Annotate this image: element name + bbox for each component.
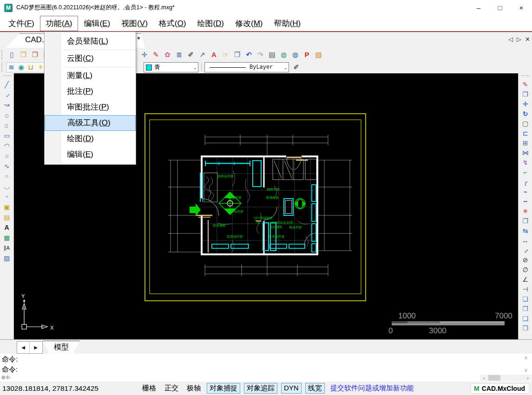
toggle-otrack[interactable]: 对象追踪: [244, 383, 277, 394]
brush-icon[interactable]: ✐: [185, 49, 197, 60]
polygon-icon[interactable]: ⌂: [1, 110, 13, 120]
layout-prev-button[interactable]: ◀: [17, 342, 30, 353]
draworder-above-icon[interactable]: ❑: [520, 313, 531, 323]
tab-scroll-left-button[interactable]: ◁: [508, 36, 513, 43]
palette-icon[interactable]: ✿: [162, 49, 173, 60]
dim-radius-icon[interactable]: ⊘: [520, 255, 531, 265]
model-tab[interactable]: 模型: [43, 341, 80, 354]
copy-icon[interactable]: ❐: [520, 89, 531, 99]
hatch-icon[interactable]: ▨: [1, 253, 13, 263]
block-insert-icon[interactable]: ▣: [1, 202, 13, 212]
menu-format[interactable]: 格式(O): [153, 16, 192, 31]
toggle-lineweight[interactable]: 线宽: [305, 383, 325, 394]
command-history[interactable]: 命令: 命令: ∧ ∨: [0, 354, 532, 375]
toolbar-grip[interactable]: [1, 50, 4, 59]
export-image-icon[interactable]: ▧: [313, 49, 324, 60]
table-icon[interactable]: ▦: [1, 233, 13, 243]
point-icon[interactable]: •: [1, 192, 13, 202]
export-pdf-icon[interactable]: P: [301, 49, 313, 60]
toolbar-grip[interactable]: [521, 75, 530, 78]
menu-function[interactable]: 功能(A): [40, 16, 79, 31]
rotate-icon[interactable]: ↻: [520, 109, 531, 118]
rectangle-edit-icon[interactable]: ❒: [520, 216, 531, 226]
xline-icon[interactable]: ↔: [1, 90, 13, 100]
polygon2-icon[interactable]: ⌂: [1, 120, 13, 130]
menu-help[interactable]: 帮助(H): [269, 16, 307, 31]
cloud-share-icon[interactable]: ◍: [289, 49, 301, 60]
menu-modify[interactable]: 修改(M): [230, 16, 269, 31]
menu-view[interactable]: 视图(V): [116, 16, 153, 31]
layer-visibility-icon[interactable]: ◉: [16, 63, 26, 72]
layer-lock-icon[interactable]: ⊔: [26, 63, 36, 72]
toggle-grid[interactable]: 栅格: [138, 384, 160, 393]
command-scrollbar[interactable]: ∧ ∨: [521, 355, 531, 373]
redo-icon[interactable]: ↷: [255, 49, 266, 60]
tab-scroll-right-button[interactable]: ▷: [517, 36, 521, 43]
feedback-link[interactable]: 提交软件问题或增加新功能: [330, 384, 414, 393]
line-icon[interactable]: ╱: [1, 79, 13, 90]
command-hscrollbar[interactable]: ‹ ›: [480, 375, 532, 381]
draworder-back-icon[interactable]: ❐: [520, 304, 531, 313]
dim-continue-icon[interactable]: ⊣: [520, 284, 531, 294]
toggle-ortho[interactable]: 正交: [160, 384, 183, 393]
scroll-right-icon[interactable]: ›: [524, 376, 532, 381]
break-icon[interactable]: ╍: [520, 196, 531, 206]
toggle-osnap[interactable]: 对象捕捉: [207, 383, 240, 394]
fillet-icon[interactable]: ╭: [520, 177, 531, 187]
menu-item-annotate[interactable]: 批注(P): [45, 84, 136, 99]
polyline-edit-icon[interactable]: ↯: [520, 157, 531, 167]
text-icon[interactable]: A: [1, 222, 13, 233]
layout-next-button[interactable]: ▶: [30, 342, 42, 353]
toggle-dyn[interactable]: DYN: [281, 383, 302, 394]
minimize-button[interactable]: –: [468, 0, 489, 15]
block-create-icon[interactable]: ▤: [1, 212, 13, 222]
text-color-icon[interactable]: A: [208, 49, 220, 60]
layer-list-icon[interactable]: ≣: [173, 49, 185, 60]
cloud-drawing-icon[interactable]: ◍: [278, 49, 289, 60]
chamfer-icon[interactable]: ⌐: [520, 167, 531, 177]
maximize-button[interactable]: □: [489, 0, 511, 15]
linetype-combo[interactable]: ByLayer ⌄: [204, 62, 289, 72]
match-properties-icon[interactable]: ✐: [290, 62, 302, 73]
menu-file[interactable]: 文件(F): [3, 16, 40, 31]
arc-icon[interactable]: ◠: [1, 141, 13, 151]
draworder-below-icon[interactable]: ❒: [520, 323, 531, 333]
command-input[interactable]: 命令: ‹ ›: [0, 374, 532, 382]
scroll-left-icon[interactable]: ‹: [480, 376, 488, 381]
mirror-icon[interactable]: ⋈: [520, 148, 531, 157]
draworder-front-icon[interactable]: ❏: [520, 294, 531, 304]
dim-aligned-icon[interactable]: ↔: [520, 245, 531, 255]
menu-item-measure[interactable]: 测量(L): [45, 68, 136, 84]
open-remote-icon[interactable]: ❒: [29, 49, 41, 60]
spline-icon[interactable]: ∿: [1, 161, 13, 171]
print-icon[interactable]: ▤: [266, 49, 278, 60]
dim-diameter-icon[interactable]: ∅: [520, 265, 531, 274]
erase-icon[interactable]: ✎: [520, 79, 531, 89]
menu-edit[interactable]: 编辑(E): [78, 16, 116, 31]
toolbar-grip[interactable]: [1, 63, 4, 72]
save-block-icon[interactable]: ❐: [231, 49, 243, 60]
scroll-down-icon[interactable]: ∨: [524, 367, 528, 373]
menu-item-edit[interactable]: 编辑(E): [45, 147, 136, 162]
ellipse-icon[interactable]: ○: [1, 171, 13, 181]
export-view-icon[interactable]: ↗: [197, 49, 208, 60]
tab-close-button[interactable]: ✕: [525, 36, 530, 43]
break-point-icon[interactable]: ⌁: [520, 187, 531, 196]
move-icon[interactable]: ✛: [520, 99, 531, 109]
dim-angular-icon[interactable]: ∠: [520, 274, 531, 284]
select-hand-icon[interactable]: ☞: [220, 49, 231, 60]
close-button[interactable]: ×: [511, 0, 532, 15]
explode-icon[interactable]: ✳: [520, 206, 531, 216]
menu-item-draw[interactable]: 绘图(D): [45, 131, 136, 147]
layer-manager-icon[interactable]: ≋: [7, 63, 16, 72]
toggle-polar[interactable]: 极轴: [183, 384, 205, 393]
color-combo[interactable]: 青 ⌄: [144, 62, 198, 72]
open-file-icon[interactable]: ❒: [18, 49, 29, 60]
menu-draw[interactable]: 绘图(D): [191, 16, 230, 31]
array-icon[interactable]: ⊞: [520, 138, 531, 148]
redline-pen-icon[interactable]: ✎: [150, 49, 162, 60]
polyline-icon[interactable]: ↝: [1, 100, 13, 110]
rectangle-icon[interactable]: ▭: [1, 130, 13, 141]
column-text-icon[interactable]: ∥A: [1, 243, 13, 253]
offset-icon[interactable]: ⊏: [520, 128, 531, 138]
